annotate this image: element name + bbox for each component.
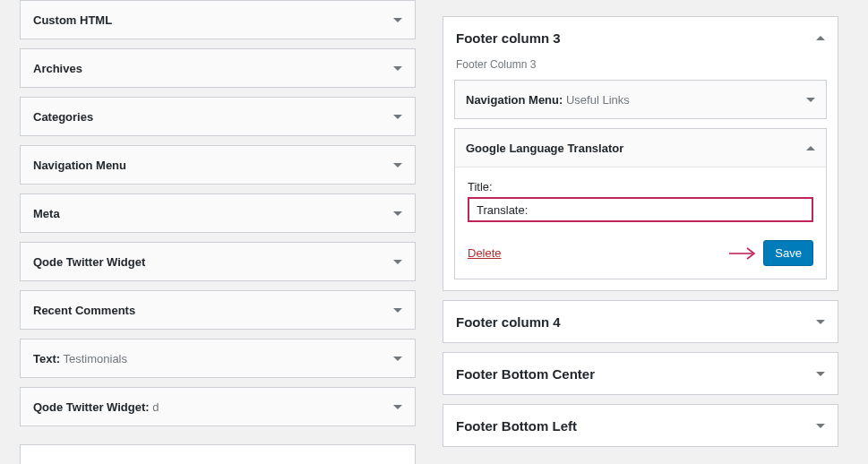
sidebar-description: Footer Column 3 bbox=[443, 58, 838, 80]
chevron-down-icon bbox=[816, 320, 825, 324]
chevron-down-icon bbox=[393, 260, 402, 264]
chevron-down-icon bbox=[393, 211, 402, 216]
widget-title: Qode Twitter Widget bbox=[33, 255, 145, 269]
sidebar-footer-bottom-left[interactable]: Footer Bottom Left bbox=[443, 404, 838, 447]
sidebar-footer-bottom-center[interactable]: Footer Bottom Center bbox=[443, 352, 838, 395]
sidebar-footer-column-4[interactable]: Footer column 4 bbox=[443, 300, 838, 343]
sidebar-title: Footer column 4 bbox=[456, 314, 561, 330]
widget-header[interactable]: Categories bbox=[21, 98, 415, 135]
widget-title: Navigation Menu bbox=[33, 159, 126, 172]
sidebar-header[interactable]: Footer Bottom Center bbox=[443, 353, 838, 394]
sidebar-footer-column-3: Footer column 3 Footer Column 3 Navigati… bbox=[443, 16, 838, 291]
widget-archives[interactable]: Archives bbox=[20, 48, 416, 88]
chevron-up-icon bbox=[816, 36, 825, 40]
chevron-down-icon bbox=[393, 66, 402, 71]
title-input[interactable] bbox=[468, 197, 813, 222]
widget-meta[interactable]: Meta bbox=[20, 193, 416, 233]
widget-custom-html[interactable]: Custom HTML bbox=[20, 0, 416, 39]
sidebar-title: Footer column 3 bbox=[456, 30, 561, 46]
widget-qode-twitter[interactable]: Qode Twitter Widget bbox=[20, 242, 416, 281]
widget-header[interactable]: Meta bbox=[21, 194, 415, 232]
chevron-down-icon bbox=[393, 18, 402, 22]
sidebar-title: Footer Bottom Left bbox=[456, 418, 577, 434]
chevron-down-icon bbox=[393, 357, 402, 361]
widget-title: Text: Testimonials bbox=[33, 352, 127, 365]
widget-header[interactable]: Custom HTML bbox=[21, 1, 415, 39]
sidebar-header[interactable]: Footer column 4 bbox=[443, 301, 838, 342]
nested-title: Navigation Menu: Useful Links bbox=[466, 93, 630, 107]
delete-link[interactable]: Delete bbox=[468, 246, 502, 260]
sidebar-header[interactable]: Footer Bottom Left bbox=[443, 405, 838, 446]
chevron-down-icon bbox=[393, 115, 402, 119]
nested-widget-navigation-menu[interactable]: Navigation Menu: Useful Links bbox=[454, 80, 827, 119]
widget-title: Custom HTML bbox=[33, 13, 112, 27]
nested-title: Google Language Translator bbox=[466, 142, 623, 155]
nested-header[interactable]: Navigation Menu: Useful Links bbox=[455, 81, 826, 118]
sidebar-body: Navigation Menu: Useful Links Google Lan… bbox=[443, 80, 838, 290]
widget-header[interactable]: Text: Testimonials bbox=[21, 339, 415, 377]
chevron-down-icon bbox=[393, 308, 402, 313]
widget-recent-comments[interactable]: Recent Comments bbox=[20, 290, 416, 330]
save-button[interactable]: Save bbox=[763, 240, 813, 266]
widget-qode-twitter-d[interactable]: Qode Twitter Widget: d bbox=[20, 387, 416, 426]
arrow-right-icon bbox=[729, 246, 756, 261]
chevron-down-icon bbox=[816, 424, 825, 428]
widget-header[interactable]: Recent Comments bbox=[21, 291, 415, 329]
chevron-down-icon bbox=[816, 372, 825, 376]
widget-header[interactable]: Navigation Menu bbox=[21, 146, 415, 184]
sidebar-title: Footer Bottom Center bbox=[456, 366, 595, 382]
title-label: Title: bbox=[468, 180, 813, 193]
widget-header[interactable]: Qode Twitter Widget bbox=[21, 243, 415, 280]
empty-panel bbox=[20, 444, 416, 464]
widget-categories[interactable]: Categories bbox=[20, 97, 416, 136]
widget-title: Qode Twitter Widget: d bbox=[33, 400, 159, 414]
widget-title: Meta bbox=[33, 207, 60, 220]
widget-title: Categories bbox=[33, 110, 93, 124]
nested-body: Title: Delete Save bbox=[455, 167, 826, 279]
widget-header[interactable]: Qode Twitter Widget: d bbox=[21, 388, 415, 425]
chevron-down-icon bbox=[806, 98, 815, 102]
nested-widget-google-translator: Google Language Translator Title: Delete bbox=[454, 128, 827, 279]
sidebar-header[interactable]: Footer column 3 bbox=[443, 17, 838, 58]
nested-header[interactable]: Google Language Translator bbox=[455, 129, 826, 167]
widget-navigation-menu[interactable]: Navigation Menu bbox=[20, 145, 416, 185]
widget-title: Recent Comments bbox=[33, 304, 135, 317]
widget-text-testimonials[interactable]: Text: Testimonials bbox=[20, 339, 416, 378]
chevron-down-icon bbox=[393, 405, 402, 409]
widget-title: Archives bbox=[33, 62, 82, 75]
chevron-up-icon bbox=[806, 146, 815, 150]
chevron-down-icon bbox=[393, 163, 402, 168]
widget-header[interactable]: Archives bbox=[21, 49, 415, 87]
